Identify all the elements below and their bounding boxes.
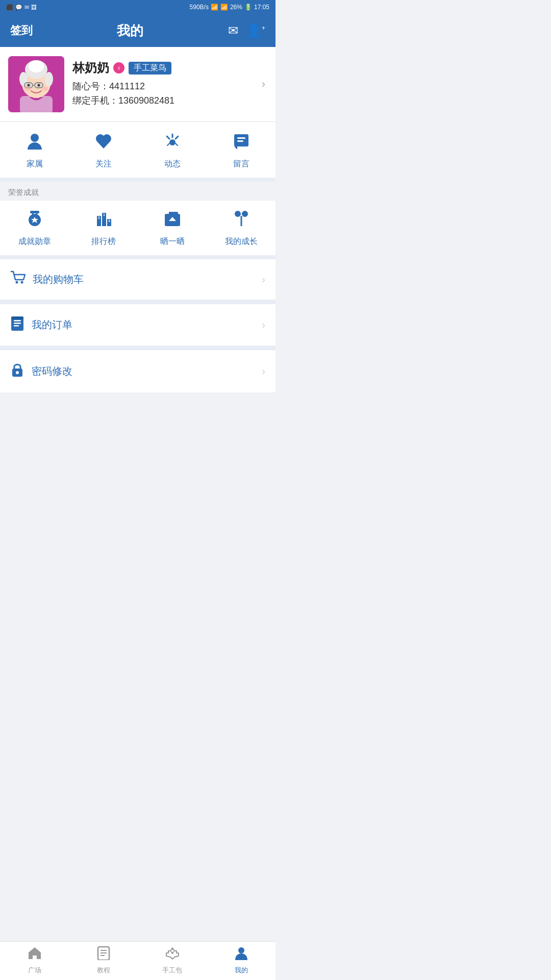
profile-info: 林奶奶 ♀ 手工菜鸟 随心号：4411112 绑定手机：13609082481 [72,60,252,109]
action-message[interactable]: 留言 [207,132,276,169]
status-bar: ⬛ 💬 ✉ 🖼 590B/s 📶 📶 26% 🔋 17:05 [0,0,276,14]
medal-icon [25,209,44,232]
phone-number: 绑定手机：13609082481 [72,94,252,107]
separator-2 [0,346,276,350]
honor-section: 成就勋章 2 1 3 排行榜 [0,201,276,259]
app-icon-3: ✉ [24,4,29,11]
avatar-image [8,56,64,112]
lock-icon [10,361,24,381]
share-label: 晒一晒 [160,236,185,247]
svg-rect-31 [30,211,39,213]
svg-line-23 [167,136,169,139]
medal-label: 成就勋章 [18,236,51,247]
svg-rect-25 [237,137,245,139]
nav-actions: ✉ 👤+ [228,23,265,38]
honor-growth[interactable]: 我的成长 [207,209,276,247]
dynamic-label: 动态 [164,159,181,169]
app-icon-2: 💬 [15,4,22,11]
svg-text:3: 3 [108,219,110,223]
honor-title: 荣誉成就 [8,188,39,197]
ranking-label: 排行榜 [91,236,116,247]
level-badge: 手工菜鸟 [129,62,171,75]
svg-rect-50 [14,325,19,327]
svg-point-16 [38,84,40,87]
app-icon-1: ⬛ [6,4,13,11]
svg-point-43 [235,211,241,217]
family-label: 家属 [27,159,43,169]
avatar[interactable] [8,56,64,112]
svg-point-17 [24,87,31,91]
orders-label: 我的订单 [32,318,255,332]
nav-bar: 签到 我的 ✉ 👤+ [0,14,276,47]
svg-rect-26 [237,140,243,142]
wifi-icon: 📶 [211,4,218,11]
honor-medal[interactable]: 成就勋章 [0,209,69,247]
svg-point-15 [28,84,30,87]
honor-section-header: 荣誉成就 [0,182,276,201]
follow-icon [94,132,113,155]
network-speed: 590B/s [190,4,209,11]
random-id: 随心号：4411112 [72,80,252,92]
profile-name-row: 林奶奶 ♀ 手工菜鸟 [72,60,252,76]
status-right: 590B/s 📶 📶 26% 🔋 17:05 [190,4,269,11]
svg-point-46 [21,281,23,284]
signal-icon: 📶 [220,4,228,11]
orders-icon [10,315,24,334]
family-icon [26,132,44,155]
profile-section: 林奶奶 ♀ 手工菜鸟 随心号：4411112 绑定手机：13609082481 … [0,47,276,122]
password-label: 密码修改 [32,364,255,378]
svg-rect-48 [14,320,21,322]
growth-icon [232,209,251,232]
svg-point-53 [16,371,19,374]
svg-point-8 [19,72,28,86]
action-family[interactable]: 家属 [0,132,69,169]
svg-point-7 [31,60,41,68]
password-arrow: › [262,365,265,377]
message-icon[interactable]: ✉ [228,23,238,38]
orders-arrow: › [262,319,265,331]
message-board-icon [232,132,251,155]
message-label: 留言 [233,159,249,169]
checkin-button[interactable]: 签到 [10,23,33,38]
status-left: ⬛ 💬 ✉ 🖼 [6,4,37,11]
svg-point-19 [31,134,39,142]
ranking-icon: 2 1 3 [94,209,113,232]
honor-share[interactable]: 晒一晒 [138,209,207,247]
action-follow[interactable]: 关注 [69,132,138,169]
follow-label: 关注 [95,159,112,169]
svg-rect-51 [11,316,23,320]
orders-item[interactable]: 我的订单 › [0,304,276,346]
svg-text:2: 2 [98,216,100,219]
svg-point-18 [42,87,48,91]
cart-arrow: › [262,274,265,285]
svg-rect-49 [14,323,21,324]
shopping-cart-item[interactable]: 我的购物车 › [0,259,276,300]
gender-badge: ♀ [113,62,124,74]
svg-line-22 [176,136,178,139]
cart-icon [10,271,26,288]
profile-detail-arrow[interactable]: › [260,78,267,91]
honor-ranking[interactable]: 2 1 3 排行榜 [69,209,138,247]
svg-point-20 [169,139,176,145]
quick-actions: 家属 关注 动态 [0,122,276,182]
svg-text:1: 1 [103,213,105,216]
add-friend-icon[interactable]: 👤+ [246,23,265,38]
svg-point-44 [242,211,248,217]
growth-label: 我的成长 [225,236,258,247]
dynamic-icon [163,132,182,155]
battery-percent: 26% [230,4,242,11]
separator-1 [0,300,276,304]
page-title: 我的 [33,22,228,40]
share-icon [163,209,182,232]
battery-icon: 🔋 [244,4,252,11]
svg-point-45 [16,281,18,284]
app-icon-4: 🖼 [31,4,37,10]
cart-label: 我的购物车 [33,273,255,286]
time-display: 17:05 [254,4,269,11]
svg-rect-40 [169,212,177,215]
svg-point-9 [45,72,53,86]
password-item[interactable]: 密码修改 › [0,350,276,393]
action-dynamic[interactable]: 动态 [138,132,207,169]
username: 林奶奶 [72,60,109,76]
